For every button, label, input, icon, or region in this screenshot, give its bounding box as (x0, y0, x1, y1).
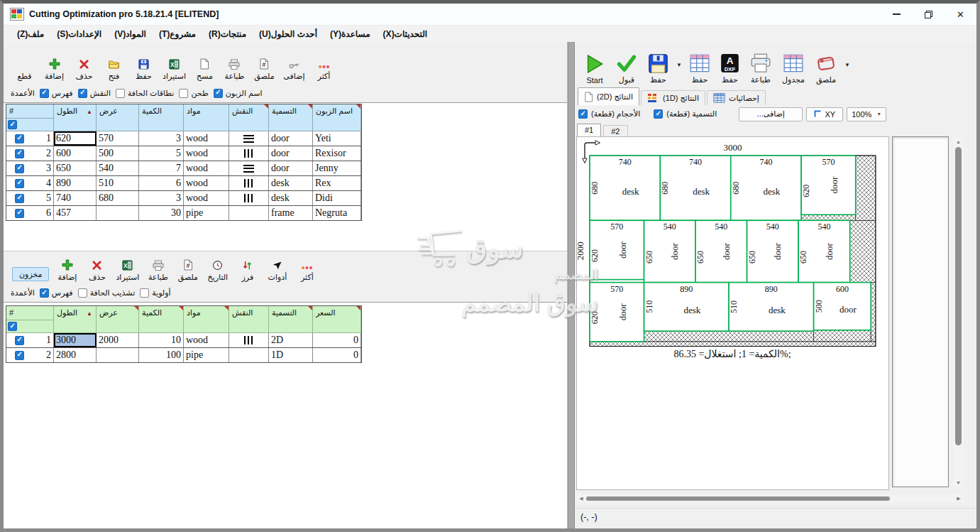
قطع-button[interactable]: قطع (11, 42, 38, 84)
menu-item[interactable]: الإعدادات(S) (50, 27, 108, 41)
dropdown-arrow-icon[interactable]: ▼ (844, 62, 850, 68)
إضافى-button[interactable]: إضافى (280, 42, 308, 84)
column-header-اسم الزبون[interactable]: اسم الزبون (313, 104, 361, 131)
cell[interactable] (229, 333, 269, 347)
row-checkbox[interactable] (15, 351, 24, 360)
scroll-right-icon[interactable]: ▶ (954, 496, 964, 501)
cell[interactable]: 6 (139, 176, 184, 190)
row-checkbox[interactable] (15, 194, 24, 203)
مخزون-button[interactable]: مخزون (12, 267, 49, 281)
cell[interactable]: 457 (54, 206, 97, 220)
طباعة-button[interactable]: طباعة (221, 42, 248, 84)
cell[interactable]: 2000 (97, 333, 139, 347)
column-header-#[interactable]: # (6, 104, 54, 131)
cell[interactable]: Rex (313, 176, 361, 190)
row-index-cell[interactable]: 5 (6, 191, 54, 205)
menu-item[interactable]: التحديثات(X) (377, 27, 434, 41)
row-index-cell[interactable]: 4 (6, 176, 54, 190)
row-checkbox[interactable] (15, 164, 24, 173)
cell[interactable]: door (269, 161, 313, 175)
cell[interactable] (229, 206, 269, 220)
row-checkbox[interactable] (15, 179, 24, 188)
cell[interactable]: 890 (54, 176, 97, 190)
vertical-scrollbar[interactable]: ▲ ▼ (953, 136, 964, 487)
cell[interactable]: 620 (54, 131, 97, 146)
cell[interactable]: 100 (139, 348, 184, 362)
option-نطاقات الحافة[interactable]: نطاقات الحافة (116, 89, 174, 98)
حذف-button[interactable]: حذف (83, 251, 111, 285)
option-اسم الزبون[interactable]: اسم الزبون (214, 89, 263, 98)
menu-item[interactable]: منتجات(R) (202, 27, 253, 41)
cell[interactable]: 500 (97, 146, 139, 161)
column-header-مواد[interactable]: مواد (184, 104, 229, 131)
option-checkbox[interactable] (78, 89, 87, 98)
cell[interactable] (229, 131, 269, 146)
zoom-select[interactable]: 100% ▼ (847, 107, 886, 121)
tab-النتائج (1D)[interactable]: النتائج (1D) (641, 90, 705, 105)
حفظ-button[interactable]: ADXFحفظ (717, 42, 743, 87)
option-checkbox[interactable] (40, 89, 49, 98)
vertical-scroll-thumb[interactable] (955, 147, 962, 445)
حذف-button[interactable]: حذف (70, 42, 98, 84)
إضافة-button[interactable]: إضافة (40, 42, 68, 84)
أكثر-button[interactable]: أكثر (310, 42, 338, 84)
option-checkbox[interactable] (116, 89, 125, 98)
horizontal-scrollbar[interactable]: ◀ ▶ (576, 494, 964, 502)
menu-item[interactable]: المواد(V) (108, 27, 153, 41)
cell[interactable] (229, 146, 269, 161)
cell[interactable] (97, 348, 139, 362)
row-index-cell[interactable]: 2 (6, 348, 54, 362)
panel-splitter[interactable] (568, 42, 575, 528)
row-index-cell[interactable]: 6 (6, 206, 54, 220)
cell[interactable]: Yeti (313, 131, 361, 146)
cell[interactable]: 570 (97, 131, 139, 146)
tab-إحصائيات[interactable]: إحصائيات (707, 90, 766, 105)
ملصق-button[interactable]: #ملصق (174, 251, 202, 285)
cell[interactable]: wood (184, 161, 229, 175)
sheet-tab-#2[interactable]: #2 (603, 125, 627, 136)
حفظ-button[interactable]: حفظ (644, 42, 672, 87)
column-header-الطول[interactable]: الطول▲ (54, 104, 97, 131)
cell[interactable]: 3000 (54, 333, 97, 347)
cell[interactable]: 2800 (54, 348, 97, 362)
فتح-button[interactable]: فتح (100, 42, 128, 84)
cell[interactable]: wood (184, 176, 229, 190)
cell[interactable] (229, 161, 269, 175)
cell[interactable]: 2D (269, 333, 313, 347)
scroll-left-icon[interactable]: ◀ (576, 496, 586, 501)
استيراد-button[interactable]: Xاستيراد (160, 42, 189, 84)
cell[interactable]: door (269, 146, 313, 161)
column-header-النقش[interactable]: النقش (229, 306, 269, 333)
cell[interactable]: pipe (184, 206, 229, 220)
ملصق-button[interactable]: #ملصق (250, 42, 278, 84)
cell[interactable]: 3 (139, 131, 184, 146)
menu-item[interactable]: أحدث الحلول(U) (253, 27, 324, 41)
scroll-up-icon[interactable]: ▲ (953, 136, 964, 146)
option-checkbox[interactable] (78, 288, 87, 298)
start-button[interactable]: Start (580, 42, 609, 87)
cell[interactable]: 510 (97, 176, 139, 190)
cell[interactable]: door (269, 131, 313, 146)
cell[interactable]: 10 (139, 333, 184, 347)
cell[interactable]: Jenny (313, 161, 361, 175)
layout-canvas[interactable]: 740680desk740680desk740680desk570620door… (576, 136, 889, 490)
option-فهرس[interactable]: فهرس (40, 89, 73, 98)
cell[interactable]: 740 (54, 191, 97, 205)
option-checkbox[interactable] (40, 288, 49, 298)
menu-item[interactable]: ملف(Z) (11, 27, 50, 41)
column-header-النقش[interactable]: النقش (229, 104, 269, 131)
menu-item[interactable]: مساعدة(Y) (324, 27, 377, 41)
title-bar[interactable]: Cutting Optimization pro 5.18.21.4 [ELIT… (4, 4, 976, 26)
column-header-الطول[interactable]: الطول▲ (54, 306, 97, 333)
sheet-list-panel[interactable] (892, 136, 949, 487)
extra-button[interactable]: إضافى... (739, 107, 803, 121)
cell[interactable]: wood (184, 333, 229, 347)
cell[interactable]: 0 (313, 333, 361, 347)
column-header-التسمية[interactable]: التسمية (269, 104, 313, 131)
option-النقش[interactable]: النقش (78, 89, 111, 98)
طباعة-button[interactable]: طباعة (144, 251, 172, 285)
close-button[interactable]: ✕ (945, 4, 976, 25)
cell[interactable]: desk (269, 176, 313, 190)
cell[interactable]: desk (269, 191, 313, 205)
cell[interactable] (229, 191, 269, 205)
